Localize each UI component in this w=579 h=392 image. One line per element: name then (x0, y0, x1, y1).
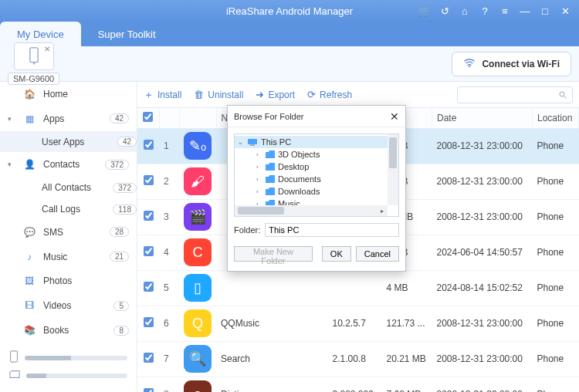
home-icon[interactable]: ⌂ (459, 5, 471, 17)
tree-item[interactable]: ›Desktop (235, 161, 398, 173)
cell-size: 4 MB (382, 270, 432, 306)
sidebar-label-photos: Photos (43, 275, 72, 286)
row-checkbox[interactable] (144, 353, 154, 363)
cell-location: Phone (533, 306, 579, 341)
tree-twisty-open-icon[interactable]: ⌄ (238, 139, 244, 146)
cancel-button[interactable]: Cancel (356, 246, 399, 262)
table-row[interactable]: 6 Q QQMusic 10.2.5.7 121.73 ... 2008-12-… (137, 306, 579, 341)
tree-item[interactable]: ›Documents (235, 173, 398, 185)
app-icon: ▯ (184, 274, 212, 302)
select-all-checkbox[interactable] (143, 112, 153, 122)
close-icon[interactable]: ✕ (559, 5, 571, 17)
tree-item[interactable]: ›3D Objects (235, 148, 398, 161)
row-checkbox[interactable] (144, 317, 154, 327)
row-checkbox[interactable] (144, 211, 154, 221)
sidebar-sub-all-contacts[interactable]: All Contacts 372 (0, 177, 137, 198)
menu-icon[interactable]: ≡ (499, 5, 511, 17)
help-icon[interactable]: ? (479, 5, 491, 17)
phone-storage-icon (9, 350, 19, 365)
search-input[interactable] (457, 86, 573, 103)
folder-path-input[interactable] (265, 223, 399, 237)
tree-twisty-icon[interactable]: › (256, 176, 262, 183)
sidebar-label-contacts: Contacts (43, 159, 80, 170)
photos-icon: 🖼 (23, 275, 36, 287)
call-logs-badge: 118 (113, 204, 137, 215)
sidebar-item-books[interactable]: 📚 Books 8 (0, 318, 137, 343)
cell-location: Phone (533, 235, 579, 270)
tree-twisty-icon[interactable]: › (256, 151, 262, 158)
tree-item-label: Desktop (278, 162, 309, 171)
app-title: iReaShare Android Manager (226, 5, 353, 17)
sidebar-item-sms[interactable]: 💬 SMS 28 (0, 220, 137, 245)
sidebar-item-music[interactable]: ♪ Music 21 (0, 245, 137, 269)
refresh-button[interactable]: ⟳Refresh (307, 89, 352, 100)
dialog-close-icon[interactable]: ✕ (390, 110, 399, 123)
tree-item-label: Documents (278, 174, 321, 184)
table-row[interactable]: 8 a Dictionary 3.002.009 7.62 MB 2008-12… (137, 377, 579, 392)
scroll-right-icon[interactable]: ▸ (378, 207, 386, 215)
search-icon (558, 90, 567, 100)
tree-root[interactable]: ⌄ This PC (235, 136, 398, 148)
tree-vscrollbar[interactable] (388, 134, 398, 205)
row-index: 4 (159, 235, 179, 270)
sidebar-item-contacts[interactable]: ▾ 👤 Contacts 372 (0, 152, 137, 177)
cell-name (216, 270, 328, 306)
export-button[interactable]: ➜Export (256, 89, 295, 100)
table-row[interactable]: 7 🔍 Search 2.1.00.8 20.21 MB 2008-12-31 … (137, 341, 579, 377)
storage-internal (9, 350, 127, 365)
uninstall-button[interactable]: 🗑Uninstall (194, 89, 243, 100)
row-checkbox[interactable] (144, 246, 154, 256)
row-index: 1 (159, 128, 179, 164)
wifi-icon (463, 56, 476, 71)
sidebar-item-apps[interactable]: ▾ ▦ Apps 42 (0, 106, 137, 131)
plus-icon: ＋ (144, 88, 154, 102)
sidebar-item-home[interactable]: 🏠 Home (0, 82, 137, 106)
cell-version: 3.002.009 (328, 377, 382, 392)
dialog-titlebar: Browse For Folder ✕ (228, 106, 405, 127)
sidebar-sub-user-apps[interactable]: User Apps 42 (0, 131, 137, 153)
sidebar-label-home: Home (43, 89, 68, 100)
cell-location: Phone (533, 377, 579, 392)
col-date[interactable]: Date (432, 108, 533, 128)
maximize-icon[interactable]: □ (539, 5, 551, 17)
device-close-icon[interactable]: ✕ (44, 45, 50, 53)
cell-version (328, 270, 382, 306)
cart-icon[interactable]: 🛒 (418, 5, 431, 17)
contacts-icon: 👤 (23, 158, 36, 171)
cell-date: 2008-12-31 23:00:00 (432, 341, 533, 377)
folder-tree[interactable]: ⌄ This PC ›3D Objects›Desktop›Documents›… (234, 133, 399, 217)
tab-super-toolkit[interactable]: Super Toolkit (81, 22, 173, 46)
tree-twisty-icon[interactable]: › (256, 188, 262, 195)
tree-twisty-icon[interactable]: › (256, 164, 262, 171)
sidebar-item-photos[interactable]: 🖼 Photos (0, 269, 137, 294)
folder-icon (266, 175, 275, 183)
connect-wifi-button[interactable]: Connect via Wi-Fi (452, 52, 571, 76)
back-icon[interactable]: ↺ (438, 5, 451, 17)
tree-item-label: 3D Objects (278, 150, 320, 159)
col-location[interactable]: Location (533, 108, 579, 128)
sidebar-label-apps: Apps (43, 113, 64, 124)
row-checkbox[interactable] (144, 175, 154, 185)
cell-version: 10.2.5.7 (328, 306, 382, 341)
sidebar-label-sms: SMS (43, 227, 63, 238)
table-row[interactable]: 5 ▯ 4 MB 2024-08-14 15:02:52 Phone (137, 270, 579, 306)
tree-item[interactable]: ›Downloads (235, 185, 398, 198)
cell-name: Search (216, 341, 328, 377)
row-checkbox[interactable] (144, 282, 154, 292)
row-checkbox[interactable] (144, 140, 154, 150)
app-icon: a (184, 380, 212, 392)
tree-hscrollbar[interactable]: ▸ (235, 205, 388, 216)
minimize-icon[interactable]: — (519, 5, 531, 17)
cell-date: 2024-08-14 15:02:52 (432, 270, 533, 306)
user-apps-badge: 42 (117, 137, 137, 147)
sidebar-item-videos[interactable]: 🎞 Videos 5 (0, 293, 137, 318)
row-index: 2 (159, 164, 179, 199)
apps-icon: ▦ (23, 113, 36, 125)
ok-button[interactable]: OK (322, 246, 351, 262)
sidebar-sub-call-logs[interactable]: Call Logs 118 (0, 198, 137, 220)
tree-root-label: This PC (261, 137, 291, 147)
install-button[interactable]: ＋Install (144, 88, 181, 102)
device-icon[interactable]: ✕ (14, 42, 54, 70)
row-index: 3 (159, 199, 179, 235)
row-checkbox[interactable] (144, 388, 154, 392)
